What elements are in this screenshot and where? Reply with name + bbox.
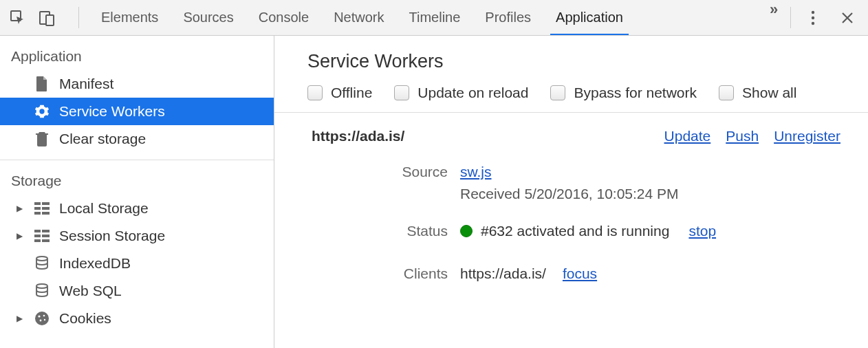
sidebar-item-service-workers[interactable]: Service Workers <box>0 98 274 125</box>
sidebar-item-label: Service Workers <box>59 103 165 120</box>
svg-rect-6 <box>34 202 41 205</box>
close-icon[interactable] <box>838 8 857 28</box>
tab-application[interactable]: Application <box>543 0 636 35</box>
svg-rect-16 <box>34 239 41 242</box>
svg-point-21 <box>38 315 40 317</box>
update-link[interactable]: Update <box>664 128 711 144</box>
svg-rect-12 <box>34 230 41 232</box>
sidebar-item-label: IndexedDB <box>59 255 131 272</box>
inspect-element-icon[interactable] <box>8 8 28 28</box>
svg-point-22 <box>43 315 45 317</box>
checkbox-icon <box>307 85 323 100</box>
disclosure-triangle-icon[interactable]: ▶ <box>17 314 26 323</box>
svg-rect-15 <box>42 235 50 237</box>
svg-rect-8 <box>34 207 41 210</box>
svg-rect-17 <box>42 239 50 242</box>
trash-icon <box>33 131 51 147</box>
update-on-reload-checkbox[interactable]: Update on reload <box>394 85 528 101</box>
sidebar-item-label: Session Storage <box>59 228 165 244</box>
cookie-icon <box>33 311 51 326</box>
svg-rect-9 <box>42 207 50 210</box>
svg-rect-7 <box>42 202 50 205</box>
main-pane: Service Workers Offline Update on reload… <box>274 36 868 348</box>
svg-rect-10 <box>34 212 41 215</box>
disclosure-triangle-icon[interactable]: ▶ <box>17 204 26 213</box>
show-all-label: Show all <box>742 85 796 101</box>
sw-origin: https://ada.is/ <box>312 128 404 144</box>
separator <box>78 7 79 28</box>
db-icon <box>33 283 51 298</box>
devtools-tabs: ElementsSourcesConsoleNetworkTimelinePro… <box>86 0 759 35</box>
status-label: Status <box>274 220 460 242</box>
svg-point-4 <box>812 16 814 19</box>
more-tabs-icon[interactable]: » <box>764 0 783 19</box>
bypass-for-network-label: Bypass for network <box>574 85 697 101</box>
svg-point-18 <box>36 257 47 261</box>
devtools-topbar: ElementsSourcesConsoleNetworkTimelinePro… <box>0 0 868 36</box>
sidebar-item-web-sql[interactable]: Web SQL <box>0 277 274 305</box>
source-label: Source <box>274 161 460 183</box>
sidebar-item-local-storage[interactable]: ▶Local Storage <box>0 195 274 222</box>
grid-icon <box>33 202 51 215</box>
clients-label: Clients <box>274 263 460 285</box>
svg-point-24 <box>44 319 45 320</box>
svg-point-5 <box>812 21 814 24</box>
svg-point-19 <box>36 284 47 288</box>
sidebar-item-label: Manifest <box>59 76 113 92</box>
unregister-link[interactable]: Unregister <box>774 128 840 144</box>
offline-checkbox[interactable]: Offline <box>307 85 372 101</box>
sidebar-section-title: Storage <box>0 160 274 195</box>
update-on-reload-label: Update on reload <box>417 85 528 101</box>
sidebar-item-cookies[interactable]: ▶Cookies <box>0 305 274 332</box>
svg-point-23 <box>40 320 42 322</box>
sidebar-item-label: Local Storage <box>59 200 149 217</box>
focus-link[interactable]: focus <box>563 263 597 285</box>
svg-rect-14 <box>34 235 41 237</box>
push-link[interactable]: Push <box>726 128 759 144</box>
sidebar-item-label: Web SQL <box>59 283 122 299</box>
sidebar-item-label: Cookies <box>59 310 111 327</box>
svg-rect-2 <box>46 15 54 25</box>
application-sidebar: ApplicationManifestService WorkersClear … <box>0 36 274 348</box>
main-scroll[interactable]: Service Workers Offline Update on reload… <box>274 36 868 348</box>
grid-icon <box>33 230 51 242</box>
tab-sources[interactable]: Sources <box>171 0 246 35</box>
device-toolbar-icon[interactable] <box>37 8 56 28</box>
svg-point-20 <box>35 312 49 325</box>
checkbox-icon <box>719 85 734 100</box>
sw-options-row: Offline Update on reload Bypass for netw… <box>274 76 868 113</box>
offline-label: Offline <box>331 85 372 101</box>
sidebar-section-title: Application <box>0 36 274 70</box>
client-url: https://ada.is/ <box>460 263 546 285</box>
sw-source-row: Source sw.js Received 5/20/2016, 10:05:2… <box>274 157 868 209</box>
svg-rect-13 <box>42 230 50 232</box>
tab-timeline[interactable]: Timeline <box>397 0 473 35</box>
sw-origin-row: https://ada.is/ Update Push Unregister <box>274 113 868 157</box>
status-text: #632 activated and is running <box>481 220 669 242</box>
sw-status-row: Status #632 activated and is running sto… <box>274 216 868 246</box>
disclosure-triangle-icon[interactable]: ▶ <box>17 231 26 241</box>
bypass-for-network-checkbox[interactable]: Bypass for network <box>550 85 697 101</box>
topbar-left <box>0 0 72 35</box>
page-title: Service Workers <box>274 36 868 76</box>
tab-console[interactable]: Console <box>246 0 321 35</box>
kebab-menu-icon[interactable] <box>803 8 823 28</box>
tab-elements[interactable]: Elements <box>89 0 171 35</box>
gear-icon <box>33 104 51 119</box>
sw-clients-row: Clients https://ada.is/ focus <box>274 259 868 289</box>
separator <box>790 7 791 28</box>
sidebar-item-indexeddb[interactable]: IndexedDB <box>0 250 274 277</box>
file-icon <box>33 76 51 92</box>
sidebar-item-manifest[interactable]: Manifest <box>0 70 274 98</box>
tab-profiles[interactable]: Profiles <box>473 0 543 35</box>
status-dot-icon <box>460 225 473 237</box>
source-script-link[interactable]: sw.js <box>460 161 679 183</box>
tab-network[interactable]: Network <box>321 0 396 35</box>
topbar-right <box>798 0 868 35</box>
sidebar-item-label: Clear storage <box>59 131 146 147</box>
stop-link[interactable]: stop <box>688 220 716 242</box>
sidebar-item-session-storage[interactable]: ▶Session Storage <box>0 222 274 250</box>
sw-actions: Update Push Unregister <box>664 128 840 144</box>
sidebar-item-clear-storage[interactable]: Clear storage <box>0 125 274 153</box>
show-all-checkbox[interactable]: Show all <box>719 85 796 101</box>
